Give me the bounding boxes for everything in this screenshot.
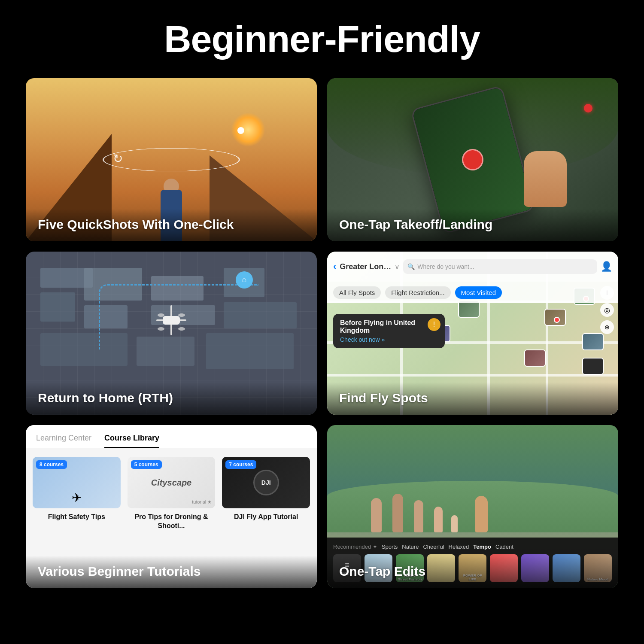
takeoff-card[interactable]: One-Tap Takeoff/Landing bbox=[327, 78, 618, 241]
drone-position-icon bbox=[237, 127, 244, 134]
search-placeholder: Where do you want... bbox=[417, 263, 474, 270]
map-search-bar[interactable]: 🔍 Where do you want... bbox=[403, 259, 597, 274]
map-header: ‹ Greater Lon… ∨ 🔍 Where do you want... … bbox=[327, 252, 618, 282]
search-icon: 🔍 bbox=[407, 263, 415, 270]
map-tabs: All Fly Spots Flight Restriction... Most… bbox=[327, 282, 618, 303]
flyspots-card[interactable]: ‹ Greater Lon… ∨ 🔍 Where do you want... … bbox=[327, 252, 618, 415]
recommended-bar: Recommended ✦ Sports Nature Cheerful Rel… bbox=[333, 544, 612, 550]
map-photo-thumb-3 bbox=[582, 333, 604, 350]
tutorial-thumb-1: 8 courses ✈ bbox=[33, 457, 121, 508]
map-photo-thumb-7 bbox=[582, 358, 604, 375]
tag-sports[interactable]: Sports bbox=[382, 544, 398, 550]
takeoff-label: One-Tap Takeoff/Landing bbox=[327, 209, 618, 241]
tutorial-title-1: Flight Safety Tips bbox=[33, 513, 121, 522]
people-walking bbox=[371, 494, 488, 532]
flyspots-label: Find Fly Spots bbox=[327, 382, 618, 415]
hand-pointing bbox=[524, 151, 567, 207]
tutorials-card[interactable]: Learning Center Course Library 8 courses… bbox=[26, 425, 317, 588]
map-back-button[interactable]: ‹ bbox=[333, 261, 336, 272]
map-eye-icon: ◎ bbox=[600, 303, 614, 317]
tab-course-library[interactable]: Course Library bbox=[104, 434, 159, 448]
home-icon: ⌂ bbox=[236, 271, 253, 289]
tag-nature[interactable]: Nature bbox=[402, 544, 419, 550]
tab-flight-restriction[interactable]: Flight Restriction... bbox=[385, 286, 450, 299]
arrow-icon: ↻ bbox=[113, 152, 123, 166]
popup-title: Before Flying in United Kingdom bbox=[340, 319, 438, 334]
map-popup: Before Flying in United Kingdom Check ou… bbox=[333, 314, 445, 348]
tutorials-tabs-bar: Learning Center Course Library bbox=[26, 425, 317, 448]
tag-tempo[interactable]: Tempo bbox=[473, 544, 491, 550]
tutorial-title-2: Pro Tips for Droning & Shooti... bbox=[128, 513, 216, 531]
page-title: Beginner-Friendly bbox=[164, 17, 480, 61]
record-button bbox=[459, 146, 486, 173]
warning-icon: ! bbox=[428, 318, 440, 331]
tab-all-fly-spots[interactable]: All Fly Spots bbox=[333, 286, 381, 299]
feature-grid: ↻ Five QuickShots With One-Click bbox=[26, 78, 618, 588]
tutorial-item-3[interactable]: 7 courses DJI DJI Fly App Tutorial bbox=[222, 457, 310, 531]
edits-card[interactable]: Recommended ✦ Sports Nature Cheerful Rel… bbox=[327, 425, 618, 588]
tutorials-label: Various Beginner Tutorials bbox=[26, 556, 317, 588]
drone-illustration-icon: ✈ bbox=[72, 491, 82, 505]
tutorial-item-2[interactable]: 5 courses Cityscape tutorial ★ Pro Tips … bbox=[128, 457, 216, 531]
badge-1: 8 courses bbox=[36, 460, 67, 469]
quickshots-label: Five QuickShots With One-Click bbox=[26, 209, 317, 241]
tag-cheerful[interactable]: Cheerful bbox=[423, 544, 444, 550]
tutorial-item-1[interactable]: 8 courses ✈ Flight Safety Tips bbox=[33, 457, 121, 531]
tutorial-thumb-3: 7 courses DJI bbox=[222, 457, 310, 508]
recommended-label: Recommended ✦ bbox=[333, 544, 377, 550]
map-user-icon: 👤 bbox=[601, 261, 612, 272]
map-photo-thumb-6 bbox=[458, 301, 480, 318]
dropdown-icon: ∨ bbox=[395, 263, 400, 271]
tag-relaxed[interactable]: Relaxed bbox=[449, 544, 469, 550]
tag-cadent[interactable]: Cadent bbox=[495, 544, 513, 550]
rth-card[interactable]: ⌂ Return to Home (RTH) bbox=[26, 252, 317, 415]
tutorial-thumb-2: 5 courses Cityscape tutorial ★ bbox=[128, 457, 216, 508]
tutorial-badge-2: tutorial ★ bbox=[192, 499, 212, 505]
map-location-label: Greater Lon… bbox=[340, 262, 391, 271]
record-indicator-icon bbox=[584, 104, 592, 112]
popup-link[interactable]: Check out now » bbox=[340, 336, 438, 343]
dji-logo-icon: DJI bbox=[222, 457, 310, 508]
edits-label: One-Tap Edits bbox=[327, 556, 618, 588]
tab-most-visited[interactable]: Most Visited bbox=[455, 286, 502, 299]
map-photo-thumb-4 bbox=[524, 349, 546, 367]
tutorials-items: 8 courses ✈ Flight Safety Tips 5 courses… bbox=[26, 448, 317, 539]
quickshots-card[interactable]: ↻ Five QuickShots With One-Click bbox=[26, 78, 317, 241]
tab-learning-center[interactable]: Learning Center bbox=[36, 434, 91, 448]
rth-label: Return to Home (RTH) bbox=[26, 382, 317, 415]
tutorial-title-3: DJI Fly App Tutorial bbox=[222, 513, 310, 522]
map-compass-icon: ⊕ bbox=[600, 320, 614, 334]
drone-icon bbox=[154, 303, 188, 337]
